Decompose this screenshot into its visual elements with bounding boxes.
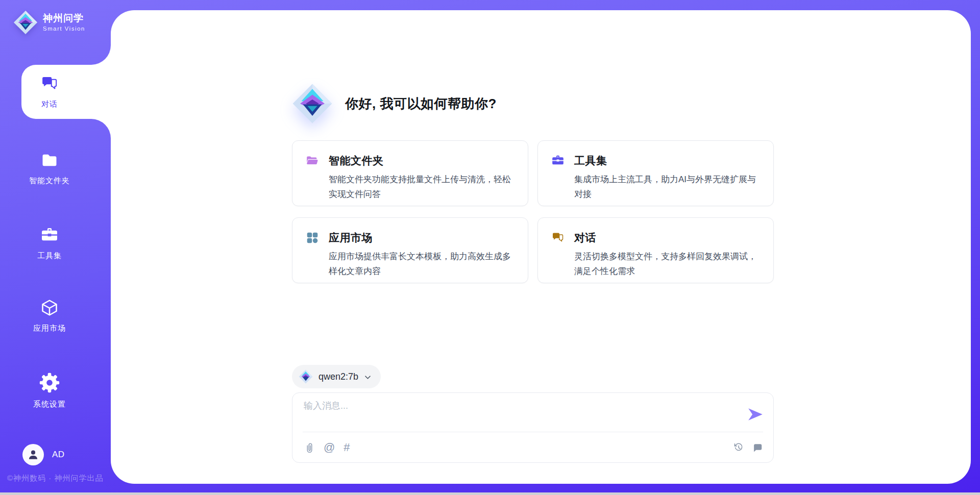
greeting-block: 你好, 我可以如何帮助你? <box>292 83 497 124</box>
main-panel: 你好, 我可以如何帮助你? 智能文件夹 智能文件夹功能支持批量文件上传与清洗，轻… <box>111 10 971 484</box>
folder-open-icon <box>306 154 319 167</box>
sidebar-item-settings[interactable]: 系统设置 <box>0 373 99 409</box>
avatar <box>22 444 44 465</box>
user-chip[interactable]: AD <box>22 444 65 465</box>
attachment-button[interactable] <box>304 442 315 453</box>
sidebar: 神州问学 Smart Vision 对话 智能文件夹 工具集 <box>0 0 111 495</box>
card-toolkit[interactable]: 工具集 集成市场上主流工具，助力AI与外界无缝扩展与对接 <box>537 140 774 206</box>
model-diamond-icon <box>299 369 313 384</box>
mention-icon[interactable]: @ <box>324 442 335 453</box>
feedback-button[interactable] <box>752 442 763 453</box>
sidebar-item-label: 工具集 <box>0 251 99 261</box>
brand-logo-block: 神州问学 Smart Vision <box>13 10 85 35</box>
feature-cards: 智能文件夹 智能文件夹功能支持批量文件上传与清洗，轻松实现文件问答 工具集 集成… <box>292 140 774 283</box>
card-title: 对话 <box>574 231 596 245</box>
copyright-text: ©神州数码 · 神州问学出品 <box>7 474 103 483</box>
message-composer: @ # <box>292 392 774 463</box>
sidebar-item-smart-folder[interactable]: 智能文件夹 <box>0 151 99 186</box>
model-selector[interactable]: qwen2:7b <box>292 365 381 388</box>
card-app-market[interactable]: 应用市场 应用市场提供丰富长文本模板，助力高效生成多样化文章内容 <box>292 217 528 283</box>
card-description: 灵活切换多模型文件，支持多样回复效果调试，满足个性化需求 <box>574 249 761 279</box>
sidebar-item-label: 系统设置 <box>0 400 99 409</box>
chat-icon <box>551 231 565 244</box>
user-name: AD <box>52 450 65 460</box>
sidebar-item-app-market[interactable]: 应用市场 <box>0 299 99 333</box>
sidebar-item-toolkit[interactable]: 工具集 <box>0 226 99 261</box>
gear-icon <box>39 373 60 393</box>
card-description: 应用市场提供丰富长文本模板，助力高效生成多样化文章内容 <box>329 249 516 279</box>
sidebar-item-label: 智能文件夹 <box>0 176 99 186</box>
card-title: 应用市场 <box>329 231 373 245</box>
sidebar-item-label: 对话 <box>0 100 99 109</box>
greeting-title: 你好, 我可以如何帮助你? <box>345 95 497 113</box>
chat-icon <box>40 75 59 93</box>
history-icon <box>733 442 744 453</box>
briefcase-icon <box>551 154 565 167</box>
chevron-down-icon <box>364 374 372 381</box>
tab-flare-top <box>91 45 111 65</box>
brand-diamond-icon <box>13 10 38 35</box>
card-title: 工具集 <box>574 154 607 168</box>
brand-name: 神州问学 <box>43 13 85 24</box>
person-icon <box>27 448 40 461</box>
bottom-edge-strip <box>0 492 980 495</box>
greeting-diamond-icon <box>292 83 333 124</box>
tab-flare-bottom <box>91 119 111 138</box>
folder-icon <box>40 151 59 169</box>
brand-subtitle: Smart Vision <box>43 26 85 32</box>
send-icon[interactable] <box>747 406 764 423</box>
briefcase-icon <box>40 226 59 244</box>
card-description: 智能文件夹功能支持批量文件上传与清洗，轻松实现文件问答 <box>329 172 516 202</box>
message-input[interactable] <box>304 400 727 428</box>
hashtag-icon[interactable]: # <box>344 442 350 453</box>
history-button[interactable] <box>733 442 744 453</box>
paperclip-icon <box>304 442 315 453</box>
card-smart-folder[interactable]: 智能文件夹 智能文件夹功能支持批量文件上传与清洗，轻松实现文件问答 <box>292 140 528 206</box>
card-description: 集成市场上主流工具，助力AI与外界无缝扩展与对接 <box>574 172 761 202</box>
chat-bubble-icon <box>752 442 763 453</box>
sidebar-item-chat[interactable]: 对话 <box>0 75 99 109</box>
cube-icon <box>40 299 59 317</box>
card-dialog[interactable]: 对话 灵活切换多模型文件，支持多样回复效果调试，满足个性化需求 <box>537 217 774 283</box>
card-title: 智能文件夹 <box>329 154 384 168</box>
sidebar-item-label: 应用市场 <box>0 324 99 333</box>
model-name: qwen2:7b <box>318 372 358 382</box>
grid-icon <box>306 231 319 244</box>
